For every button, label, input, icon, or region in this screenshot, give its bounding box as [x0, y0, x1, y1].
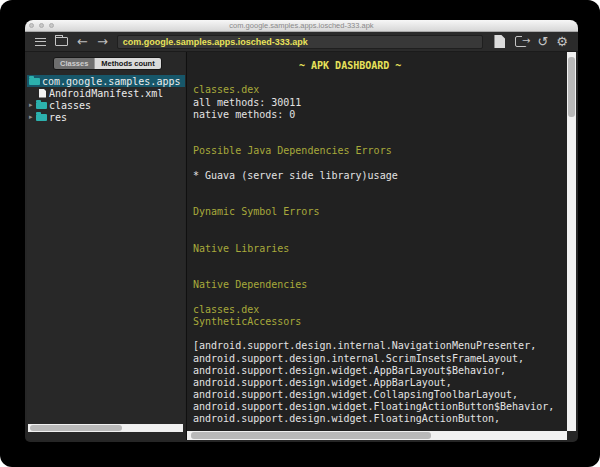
apk-path-input[interactable]: com.google.samples.apps.iosched-333.apk: [117, 35, 484, 49]
folder-icon: [36, 102, 47, 109]
content-horizontal-scrollbar[interactable]: [187, 431, 567, 440]
console-line: [193, 328, 567, 340]
tree-item[interactable]: ▸res: [27, 111, 185, 123]
close-button[interactable]: [29, 23, 34, 28]
sidebar-horizontal-scrollbar[interactable]: [28, 424, 183, 432]
console-line: native methods: 0: [193, 109, 567, 121]
view-tabs: Classes Methods count: [53, 57, 162, 70]
console-line: android.support.design.internal.ScrimIns…: [193, 353, 567, 365]
console-line: SyntheticAccessors: [193, 316, 567, 328]
console-line: * Guava (server side library)usage: [193, 170, 567, 182]
toolbar: ← → com.google.samples.apps.iosched-333.…: [25, 32, 578, 52]
document-icon[interactable]: [494, 35, 505, 48]
titlebar[interactable]: com.google.samples.apps.iosched-333.apk: [25, 20, 578, 32]
console-line: android.support.design.widget.FloatingAc…: [193, 413, 567, 425]
console-line: android.support.design.widget.AppBarLayo…: [193, 377, 567, 389]
console-line: [193, 133, 567, 145]
console-line: android.support.design.widget.FloatingAc…: [193, 401, 567, 413]
console-line: [193, 292, 567, 304]
console-line: android.support.design.widget.AppBarLayo…: [193, 365, 567, 377]
folder-icon: [29, 78, 40, 85]
window-title: com.google.samples.apps.iosched-333.apk: [25, 20, 578, 32]
forward-icon[interactable]: →: [97, 35, 108, 48]
console-line: [193, 218, 567, 230]
tree-item[interactable]: com.google.samples.apps: [27, 75, 185, 87]
console-line: [193, 231, 567, 243]
console-line: ~ APK DASHBOARD ~: [193, 60, 567, 72]
back-icon[interactable]: ←: [77, 35, 88, 48]
export-icon[interactable]: [515, 36, 527, 47]
scrollbar-thumb[interactable]: [30, 425, 122, 431]
console-line: [193, 182, 567, 194]
zoom-button[interactable]: [49, 23, 54, 28]
console-line: [193, 194, 567, 206]
vertical-scrollbar[interactable]: [567, 52, 576, 431]
expand-arrow-icon[interactable]: ▸: [29, 101, 36, 109]
history-icon[interactable]: ↺: [537, 35, 548, 48]
console-line: Native Libraries: [193, 243, 567, 255]
tree-item-label: AndroidManifest.xml: [49, 88, 163, 99]
tree-item[interactable]: ▸classes: [27, 99, 185, 111]
console-line: all methods: 30011: [193, 97, 567, 109]
open-folder-icon[interactable]: [55, 37, 68, 46]
console-line: [193, 255, 567, 267]
console-line: classes.dex: [193, 304, 567, 316]
tree-item-label: classes: [49, 100, 91, 111]
scrollbar-thumb[interactable]: [568, 57, 575, 117]
tree-item-label: com.google.samples.apps: [42, 76, 180, 87]
console-line: [193, 121, 567, 133]
settings-icon[interactable]: ⚙: [556, 35, 568, 48]
console-line: Native Dependencies: [193, 279, 567, 291]
console-line: [193, 267, 567, 279]
minimize-button[interactable]: [39, 23, 44, 28]
console-line: classes.dex: [193, 84, 567, 96]
file-tree: com.google.samples.appsAndroidManifest.x…: [27, 75, 185, 123]
dashboard-pane: ~ APK DASHBOARD ~ classes.dexall methods…: [186, 52, 576, 440]
console-line: Possible Java Dependencies Errors: [193, 145, 567, 157]
window-controls: [29, 23, 54, 28]
console-line: [193, 72, 567, 84]
tab-methods-count[interactable]: Methods count: [94, 58, 160, 69]
scrollbar-thumb[interactable]: [191, 432, 431, 439]
tab-classes[interactable]: Classes: [54, 58, 94, 69]
tree-item-label: res: [49, 112, 67, 123]
scrollbar-corner: [567, 431, 576, 440]
console-line: android.support.design.widget.Collapsing…: [193, 389, 567, 401]
console-line: Dynamic Symbol Errors: [193, 206, 567, 218]
menu-icon[interactable]: [35, 38, 46, 46]
tree-item[interactable]: AndroidManifest.xml: [27, 87, 185, 99]
folder-icon: [36, 114, 47, 121]
app-frame: com.google.samples.apps.iosched-333.apk …: [0, 0, 600, 467]
app-window: com.google.samples.apps.iosched-333.apk …: [25, 20, 578, 442]
expand-arrow-icon[interactable]: ▸: [29, 113, 36, 121]
console-line: [android.support.design.internal.Navigat…: [193, 340, 567, 352]
file-icon: [39, 89, 46, 98]
sidebar: Classes Methods count com.google.samples…: [27, 52, 185, 440]
console-output: ~ APK DASHBOARD ~ classes.dexall methods…: [187, 52, 567, 431]
console-line: [193, 158, 567, 170]
